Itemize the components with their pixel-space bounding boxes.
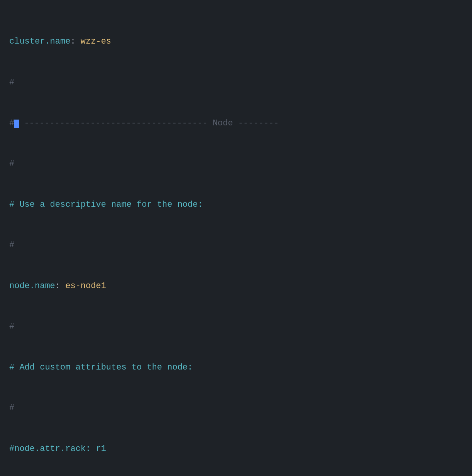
line-7: node.name: es-node1	[9, 279, 463, 293]
line-10: #	[9, 401, 463, 415]
line-3: # ------------------------------------ N…	[9, 116, 463, 130]
line-8: #	[9, 320, 463, 333]
comment-custom-attrs: # Add custom attributes to the node:	[9, 363, 193, 372]
dashes-node: ------------------------------------ Nod…	[19, 118, 279, 128]
text-cursor	[14, 120, 19, 128]
line-5: # Use a descriptive name for the node:	[9, 198, 463, 211]
key-cluster-name: cluster.name	[9, 37, 70, 46]
key-node-name: node.name	[9, 281, 55, 291]
line-6: #	[9, 238, 463, 252]
line-2: #	[9, 76, 463, 89]
line-9: # Add custom attributes to the node:	[9, 361, 463, 374]
line-4: #	[9, 157, 463, 170]
value-node-name: es-node1	[65, 281, 106, 291]
comment-node-name: # Use a descriptive name for the node:	[9, 200, 203, 209]
comment-node-attr-rack: #node.attr.rack: r1	[9, 444, 106, 454]
line-11: #node.attr.rack: r1	[9, 442, 463, 456]
code-editor: cluster.name: wzz-es # # ---------------…	[9, 8, 463, 476]
line-1: cluster.name: wzz-es	[9, 35, 463, 48]
value-cluster-name: wzz-es	[81, 37, 111, 46]
